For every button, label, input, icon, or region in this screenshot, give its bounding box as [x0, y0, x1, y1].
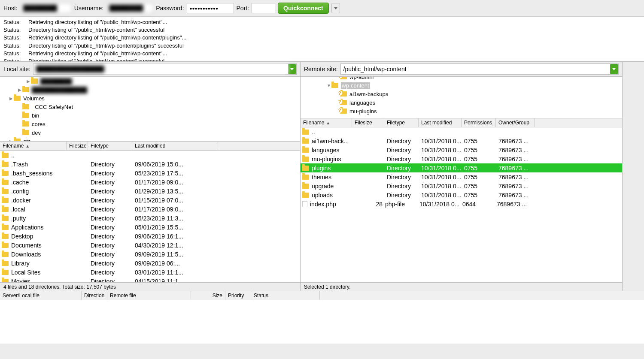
folder-icon	[302, 148, 309, 153]
tree-item-label: mu-plugins	[349, 108, 377, 115]
tree-item[interactable]: _CCC SafetyNet	[0, 103, 300, 111]
list-item[interactable]: LibraryDirectory09/09/2019 06:...	[0, 259, 300, 268]
queue-col-priority[interactable]: Priority	[225, 291, 251, 300]
folder-icon	[14, 139, 21, 141]
list-item[interactable]: DocumentsDirectory04/30/2019 12:1...	[0, 241, 300, 250]
disclosure-arrow-icon[interactable]	[9, 96, 14, 101]
host-input[interactable]	[20, 3, 72, 13]
tree-item[interactable]: mu-plugins	[301, 107, 622, 115]
local-site-label: Local site:	[3, 66, 30, 72]
tree-item[interactable]: ██████████████	[0, 85, 300, 94]
list-item[interactable]: .bash_sessionsDirectory05/23/2019 17:5..…	[0, 169, 300, 178]
disclosure-arrow-icon[interactable]	[326, 83, 331, 88]
list-item[interactable]: .dockerDirectory01/15/2019 07:0...	[0, 196, 300, 205]
queue-col-direction[interactable]: Direction	[82, 291, 107, 300]
list-item[interactable]: .configDirectory01/29/2019 13:5...	[0, 187, 300, 196]
list-item[interactable]: DesktopDirectory09/06/2019 16:1...	[0, 232, 300, 241]
disclosure-arrow-icon[interactable]	[9, 139, 14, 142]
tree-item[interactable]: etc	[0, 137, 300, 141]
tree-item[interactable]: cores	[0, 120, 300, 128]
list-item[interactable]: ApplicationsDirectory05/01/2019 15:5...	[0, 223, 300, 232]
disclosure-arrow-icon[interactable]	[26, 79, 31, 84]
tree-item[interactable]: dev	[0, 128, 300, 137]
remote-pane: Remote site: wp-adminwp-contentai1wm-bac…	[301, 62, 623, 291]
tree-item[interactable]: bin	[0, 111, 300, 120]
tree-item-label: ai1wm-backups	[349, 91, 388, 97]
remote-col-owner[interactable]: Owner/Group	[496, 118, 535, 127]
username-input[interactable]	[106, 3, 153, 13]
tree-item-label: dev	[32, 130, 41, 136]
list-item[interactable]: upgradeDirectory10/31/2018 0...075576896…	[301, 181, 622, 190]
status-log: Status:Retrieving directory listing of "…	[0, 17, 644, 62]
list-item[interactable]: ..	[301, 127, 622, 136]
folder-icon	[2, 171, 9, 176]
queue-col-status[interactable]: Status	[251, 291, 320, 300]
queue-col-size[interactable]: Size	[191, 291, 225, 300]
tree-item[interactable]: wp-admin	[301, 77, 622, 81]
queue-area[interactable]	[0, 300, 644, 344]
list-item[interactable]: Local SitesDirectory03/01/2019 11:1...	[0, 268, 300, 277]
local-status-bar: 4 files and 18 directories. Total size: …	[0, 282, 300, 291]
queue-col-remote[interactable]: Remote file	[107, 291, 191, 300]
list-item[interactable]: pluginsDirectory10/31/2018 0...075576896…	[301, 163, 622, 172]
remote-site-label: Remote site:	[304, 66, 338, 72]
queue-col-server[interactable]: Server/Local file	[0, 291, 82, 300]
folder-icon	[302, 175, 309, 180]
folder-icon	[340, 100, 347, 105]
tree-item-label: ██████████████	[32, 87, 87, 93]
sort-up-icon: ▲	[326, 121, 330, 125]
list-item[interactable]: ..	[0, 151, 300, 160]
disclosure-arrow-icon[interactable]	[17, 87, 22, 92]
list-item[interactable]: .puttyDirectory05/23/2019 11:3...	[0, 214, 300, 223]
local-col-filetype[interactable]: Filetype	[88, 142, 132, 150]
remote-col-permissions[interactable]: Permissions	[462, 118, 496, 127]
port-input[interactable]	[252, 3, 275, 13]
local-path-dropdown[interactable]	[288, 64, 296, 74]
folder-icon	[2, 261, 9, 266]
local-tree[interactable]: ██████████████████████Volumes_CCC Safety…	[0, 77, 300, 141]
local-col-filename[interactable]: Filename▲	[0, 142, 67, 150]
remote-file-list[interactable]: ..ai1wm-back...Directory10/31/2018 0...0…	[301, 127, 622, 282]
folder-icon	[340, 77, 347, 79]
folder-icon	[2, 243, 9, 248]
local-col-modified[interactable]: Last modified	[132, 142, 218, 150]
tree-item[interactable]: languages	[301, 98, 622, 107]
local-path-input[interactable]	[33, 64, 288, 74]
tree-item[interactable]: ai1wm-backups	[301, 90, 622, 98]
list-item[interactable]: languagesDirectory10/31/2018 0...0755768…	[301, 145, 622, 154]
list-item[interactable]: .TrashDirectory09/06/2019 15:0...	[0, 160, 300, 169]
tree-item-label: languages	[349, 100, 375, 106]
tree-item[interactable]: wp-content	[301, 81, 622, 90]
quickconnect-button[interactable]: Quickconnect	[278, 3, 329, 14]
remote-path-dropdown[interactable]	[610, 64, 618, 74]
folder-icon	[31, 78, 38, 84]
remote-path-input[interactable]	[341, 64, 610, 74]
folder-icon	[340, 91, 347, 97]
remote-col-filename[interactable]: Filename▲	[301, 118, 352, 127]
remote-tree[interactable]: wp-adminwp-contentai1wm-backupslanguages…	[301, 77, 622, 118]
list-item[interactable]: index.php28php-file10/31/2018 0...064476…	[301, 199, 622, 208]
local-col-filesize[interactable]: Filesize	[67, 142, 88, 150]
list-item[interactable]: ai1wm-back...Directory10/31/2018 0...075…	[301, 136, 622, 145]
list-item[interactable]: .cacheDirectory01/17/2019 09:0...	[0, 178, 300, 187]
list-item[interactable]: DownloadsDirectory09/09/2019 11:5...	[0, 250, 300, 259]
remote-columns: Filename▲ Filesize Filetype Last modifie…	[301, 118, 622, 127]
folder-icon	[2, 270, 9, 275]
tree-item[interactable]: ████████	[0, 77, 300, 85]
local-columns: Filename▲ Filesize Filetype Last modifie…	[0, 141, 300, 151]
list-item[interactable]: uploadsDirectory10/31/2018 0...075576896…	[301, 190, 622, 199]
local-file-list[interactable]: ...TrashDirectory09/06/2019 15:0....bash…	[0, 151, 300, 282]
list-item[interactable]: mu-pluginsDirectory10/31/2018 0...075576…	[301, 154, 622, 163]
remote-status-bar: Selected 1 directory.	[301, 282, 622, 291]
list-item[interactable]: .localDirectory01/17/2019 09:0...	[0, 205, 300, 214]
remote-col-filesize[interactable]: Filesize	[352, 118, 384, 127]
queue-columns: Server/Local file Direction Remote file …	[0, 291, 644, 300]
list-item[interactable]: themesDirectory10/31/2018 0...0755768967…	[301, 172, 622, 181]
quickconnect-dropdown[interactable]	[331, 3, 340, 13]
remote-col-filetype[interactable]: Filetype	[384, 118, 419, 127]
password-input[interactable]	[187, 3, 234, 13]
remote-col-modified[interactable]: Last modified	[419, 118, 462, 127]
tree-item[interactable]: Volumes	[0, 94, 300, 103]
folder-icon	[2, 279, 9, 283]
list-item[interactable]: MoviesDirectory04/15/2019 11:1...	[0, 277, 300, 282]
